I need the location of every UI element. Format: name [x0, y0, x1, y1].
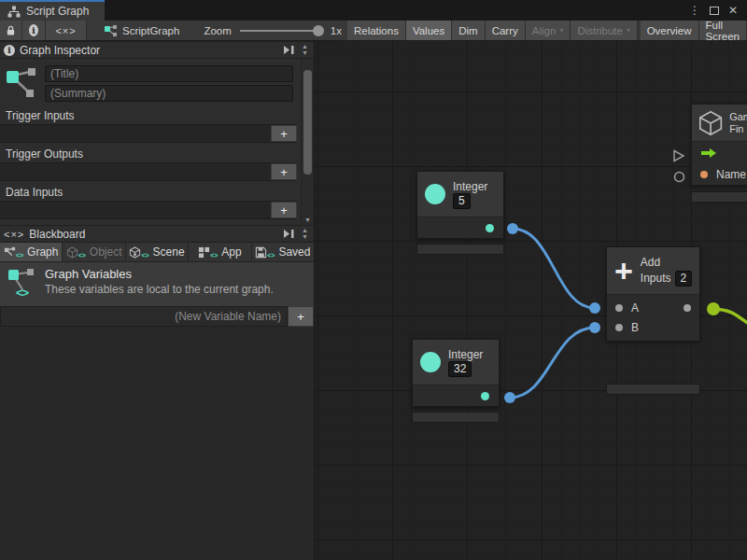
control-port-outline-icon[interactable] — [672, 149, 685, 162]
port-b-label: B — [631, 321, 639, 334]
control-input-arrow-icon[interactable] — [700, 147, 717, 159]
node-body — [413, 385, 499, 406]
relations-button[interactable]: Relations — [347, 21, 406, 40]
node-body — [417, 217, 503, 238]
node-integer-5[interactable]: Integer 5 — [416, 171, 504, 239]
output-port[interactable] — [486, 224, 494, 232]
inputs-label: Inputs — [641, 272, 671, 285]
add-variable-button[interactable]: + — [288, 306, 314, 327]
align-dropdown-button[interactable]: Align ▾ — [526, 21, 571, 40]
port-a-label: A — [631, 301, 639, 315]
dock-icon[interactable] — [283, 229, 295, 239]
values-label: Values — [413, 25, 444, 36]
app-icon — [198, 246, 210, 259]
tab-saved[interactable]: <> Saved — [252, 243, 314, 261]
full-screen-button[interactable]: Full Screen — [699, 21, 747, 40]
input-port-b[interactable] — [615, 324, 623, 331]
graph-node-icon — [6, 64, 37, 102]
node-find[interactable]: Gam Fin Name — [691, 104, 747, 186]
tab-app[interactable]: <> App — [189, 243, 251, 261]
wire-endpoint — [504, 392, 515, 403]
distribute-dropdown-button[interactable]: Distribute ▾ — [571, 21, 638, 40]
add-trigger-output-button[interactable]: + — [271, 163, 297, 180]
node-footer — [606, 384, 700, 395]
scrollbar-thumb[interactable] — [303, 70, 312, 175]
node-footer — [691, 191, 747, 203]
zoom-slider-handle[interactable] — [313, 25, 324, 36]
trigger-inputs-label: Trigger Inputs — [0, 107, 297, 124]
add-data-input-button[interactable]: + — [271, 202, 297, 218]
mini-variables-glyph: <> — [78, 252, 86, 259]
wire-integer5-to-a[interactable] — [513, 229, 595, 308]
lock-button[interactable] — [0, 21, 22, 40]
tab-graph[interactable]: <> Graph — [0, 243, 63, 261]
dock-icon[interactable] — [283, 45, 295, 55]
tab-app-label: App — [221, 245, 241, 259]
graph-toolbar: i <×> ScriptGraph Zoom 1x Relations Valu… — [0, 21, 747, 41]
node-body: Name — [692, 142, 747, 185]
inspect-toggle-button[interactable]: i — [22, 21, 46, 40]
window-close-icon[interactable]: ✕ — [728, 5, 738, 16]
scroll-arrows[interactable]: ▲▼ — [300, 228, 310, 240]
new-variable-input[interactable] — [0, 306, 288, 327]
output-port[interactable] — [684, 304, 691, 312]
node-body: A B — [607, 295, 699, 341]
node-add[interactable]: + Add Inputs 2 A — [606, 246, 700, 342]
summary-field[interactable] — [45, 85, 293, 102]
tab-label: Script Graph — [26, 5, 89, 18]
tab-scene[interactable]: <> Scene — [126, 243, 189, 261]
graph-canvas[interactable]: Integer 5 Integer 32 — [315, 41, 747, 560]
mini-variables-glyph: <> — [210, 252, 218, 259]
info-icon: i — [29, 24, 38, 36]
input-port-a[interactable] — [615, 304, 623, 312]
window-menu-icon[interactable]: ⋮ — [689, 5, 700, 16]
node-title: Integer — [448, 348, 483, 361]
lock-icon — [7, 24, 15, 36]
wire-integer32-to-b[interactable] — [510, 328, 595, 398]
graph-title-block — [0, 63, 297, 107]
title-field[interactable] — [45, 65, 293, 82]
integer-value-field[interactable]: 5 — [453, 193, 471, 209]
sidebar: i Graph Inspector ▲▼ — [0, 41, 315, 560]
integer-value-field[interactable]: 32 — [448, 361, 472, 377]
relations-label: Relations — [354, 25, 399, 36]
mini-variables-glyph: <> — [267, 252, 275, 259]
tab-object-label: Object — [90, 245, 122, 259]
tab-object[interactable]: <> Object — [63, 243, 125, 261]
graph-variables-description: These variables are local to the current… — [45, 283, 274, 296]
value-port-outline-icon[interactable] — [673, 171, 685, 183]
document-tab-bar: Script Graph ⋮ ✕ — [0, 0, 747, 21]
tab-script-graph[interactable]: Script Graph — [0, 0, 105, 21]
inputs-count-field[interactable]: 2 — [675, 271, 693, 287]
scroll-arrows[interactable]: ▲▼ — [300, 44, 310, 56]
game-object-cube-icon — [698, 109, 724, 137]
inspector-scrollbar[interactable]: ▼ — [301, 59, 314, 225]
values-button[interactable]: Values — [406, 21, 452, 40]
window-maximize-icon[interactable] — [710, 7, 719, 15]
info-icon: i — [4, 45, 15, 56]
new-variable-row: + — [0, 306, 314, 327]
trigger-inputs-list: + — [0, 124, 297, 143]
variables-toggle-button[interactable]: <×> — [46, 21, 87, 40]
dim-button[interactable]: Dim — [452, 21, 485, 40]
carry-label: Carry — [492, 25, 518, 36]
output-port[interactable] — [481, 392, 489, 400]
input-port-name[interactable] — [700, 171, 708, 178]
mini-variables-glyph: <> — [16, 252, 23, 259]
trigger-outputs-list: + — [0, 162, 297, 181]
blackboard-title: Blackboard — [29, 228, 278, 241]
integer-type-icon — [420, 352, 441, 372]
carry-button[interactable]: Carry — [486, 21, 526, 40]
variables-icon: <×> — [4, 229, 24, 240]
add-trigger-input-button[interactable]: + — [271, 125, 297, 142]
overview-button[interactable]: Overview — [641, 21, 699, 40]
node-integer-32[interactable]: Integer 32 — [412, 339, 500, 407]
node-title: Integer — [453, 180, 487, 193]
zoom-slider[interactable] — [240, 30, 322, 32]
graph-inspector-header: i Graph Inspector ▲▼ — [0, 41, 314, 59]
graph-inspector-content: Trigger Inputs + Trigger Outputs + Data … — [0, 59, 314, 225]
scroll-down-arrow[interactable]: ▼ — [304, 217, 311, 223]
overview-label: Overview — [647, 25, 692, 36]
script-graph-node-icon — [104, 24, 118, 37]
zoom-label: Zoom — [204, 25, 231, 36]
